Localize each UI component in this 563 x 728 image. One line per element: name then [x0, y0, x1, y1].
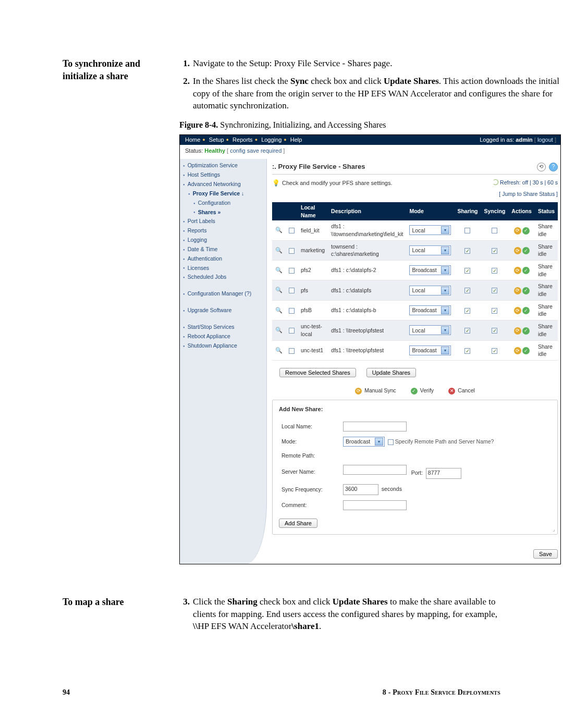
syncing-checkbox[interactable] [492, 328, 497, 334]
sidebar-conf[interactable]: ●Configuration [183, 199, 266, 208]
sidebar-shares[interactable]: ●Shares » [183, 208, 266, 217]
row-select-checkbox[interactable] [289, 288, 295, 293]
sidebar-reboot[interactable]: ●Reboot Appliance [183, 332, 266, 341]
select-mode[interactable]: Local▾ [409, 225, 451, 235]
magnifier-icon[interactable]: 🔍 [275, 227, 283, 233]
sidebar-host[interactable]: ●Host Settings [183, 170, 266, 180]
magnifier-icon[interactable]: 🔍 [275, 247, 283, 253]
syncing-checkbox[interactable] [492, 228, 497, 233]
screenshot-figure: Home● Setup● Reports● Logging● Help Logg… [179, 134, 561, 564]
sidebar-opt[interactable]: ●Optimization Service [183, 161, 266, 170]
sidebar-start[interactable]: ●Start/Stop Services [183, 323, 266, 332]
nav-reports[interactable]: Reports [231, 137, 254, 143]
table-row: 🔍field_kitdfs1 : \\townsend\marketing\fi… [272, 220, 558, 240]
th-mode: Mode [406, 202, 454, 220]
sharing-checkbox[interactable] [464, 308, 470, 314]
th-actions: Actions [508, 202, 535, 220]
select-mode[interactable]: Broadcast▾ [409, 305, 451, 315]
label-port: Port: [411, 470, 423, 476]
back-icon[interactable]: ⟲ [537, 163, 546, 171]
sharing-checkbox[interactable] [464, 228, 470, 233]
syncing-checkbox[interactable] [492, 268, 497, 274]
sidebar-log[interactable]: ●Logging [183, 236, 266, 245]
nav-logging[interactable]: Logging [260, 137, 283, 143]
nav-setup[interactable]: Setup [208, 137, 225, 143]
sharing-checkbox[interactable] [464, 268, 470, 274]
row-select-checkbox[interactable] [289, 308, 295, 314]
remove-shares-button[interactable]: Remove Selected Shares [279, 368, 356, 377]
jump-link[interactable]: [ Jump to Share Status ] [493, 190, 558, 198]
sidebar-upg[interactable]: ●Upgrade Software [183, 306, 266, 315]
select-mode[interactable]: Broadcast▾ [409, 346, 451, 355]
action-icons[interactable]: ⟳✓ [514, 347, 530, 354]
sidebar-date[interactable]: ●Date & Time [183, 245, 266, 254]
sharing-checkbox[interactable] [464, 328, 470, 334]
sidebar-sched[interactable]: ●Scheduled Jobs [183, 273, 266, 282]
input-comment[interactable] [343, 500, 407, 510]
row-select-checkbox[interactable] [289, 328, 295, 334]
input-servername[interactable] [343, 465, 407, 475]
action-icons[interactable]: ⟳✓ [514, 307, 530, 314]
action-icons[interactable]: ⟳✓ [514, 227, 530, 235]
step-number: 3. [179, 596, 190, 633]
cancel-icon: ✕ [448, 388, 455, 394]
magnifier-icon[interactable]: 🔍 [275, 347, 283, 353]
input-port[interactable]: 8777 [426, 468, 461, 479]
select-mode[interactable]: Local▾ [409, 245, 451, 255]
page-title: :. Proxy File Service - Shares [272, 162, 365, 171]
row-select-checkbox[interactable] [289, 228, 295, 233]
save-button[interactable]: Save [533, 549, 558, 559]
sharing-checkbox[interactable] [464, 248, 470, 254]
sidebar-pfs[interactable]: ●Proxy File Service ↓ [183, 189, 266, 199]
checkbox-specify[interactable] [388, 439, 394, 445]
input-localname[interactable] [343, 422, 407, 431]
sidebar-reports[interactable]: ●Reports [183, 226, 266, 236]
cell-desc: dfs1 : \\treetop\pfstest [328, 320, 406, 340]
th-syncing: Syncing [481, 202, 509, 220]
action-icons[interactable]: ⟳✓ [514, 287, 530, 294]
row-select-checkbox[interactable] [289, 268, 295, 274]
syncing-checkbox[interactable] [492, 248, 497, 254]
resize-handle[interactable]: ⌟ [553, 526, 555, 533]
sharing-checkbox[interactable] [464, 348, 470, 354]
magnifier-icon[interactable]: 🔍 [275, 307, 283, 313]
magnifier-icon[interactable]: 🔍 [275, 287, 283, 293]
action-icons[interactable]: ⟳✓ [514, 267, 530, 274]
syncing-checkbox[interactable] [492, 348, 497, 354]
sidebar-lic[interactable]: ●Licenses [183, 264, 266, 273]
label-localname: Local Name: [280, 419, 340, 434]
nav-help[interactable]: Help [289, 137, 303, 143]
sidebar-adv[interactable]: ●Advanced Networking [183, 180, 266, 189]
hint-text: 💡Check and modify your PFS share setting… [272, 179, 393, 188]
select-mode[interactable]: Local▾ [409, 286, 451, 295]
cancel-legend: ✕Cancel [448, 387, 475, 394]
action-icons[interactable]: ⟳✓ [514, 327, 530, 335]
sidebar-cfgmgr[interactable]: ●Configuration Manager (?) [183, 289, 266, 299]
refresh-links[interactable]: Refresh: off | 30 s | 60 s [493, 179, 558, 187]
verify-icon: ✓ [522, 287, 530, 294]
sync-icon: ⟳ [514, 327, 521, 335]
sidebar-auth[interactable]: ●Authentication [183, 254, 266, 264]
config-save-link[interactable]: config save required [228, 147, 283, 154]
sharing-checkbox[interactable] [464, 288, 470, 293]
nav-home[interactable]: Home [184, 137, 201, 143]
select-mode[interactable]: Broadcast▾ [409, 265, 451, 275]
select-mode[interactable]: Local▾ [409, 325, 451, 335]
logout-link[interactable]: logout [537, 137, 555, 143]
update-shares-button[interactable]: Update Shares [366, 368, 416, 377]
magnifier-icon[interactable]: 🔍 [275, 327, 283, 333]
help-icon[interactable]: ? [549, 163, 558, 171]
syncing-checkbox[interactable] [492, 308, 497, 314]
magnifier-icon[interactable]: 🔍 [275, 267, 283, 273]
add-share-button[interactable]: Add Share [279, 519, 317, 528]
sidebar-port[interactable]: ●Port Labels [183, 217, 266, 226]
sidebar-shut[interactable]: ●Shutdown Appliance [183, 341, 266, 351]
row-select-checkbox[interactable] [289, 248, 295, 254]
action-icons[interactable]: ⟳✓ [514, 247, 530, 254]
sync-icon: ⟳ [514, 247, 521, 254]
input-syncfreq[interactable]: 3600 [343, 484, 378, 495]
row-select-checkbox[interactable] [289, 348, 295, 354]
shares-table: Local Name Description Mode Sharing Sync… [272, 202, 558, 361]
select-mode[interactable]: Broadcast▾ [343, 437, 385, 447]
syncing-checkbox[interactable] [492, 288, 497, 293]
